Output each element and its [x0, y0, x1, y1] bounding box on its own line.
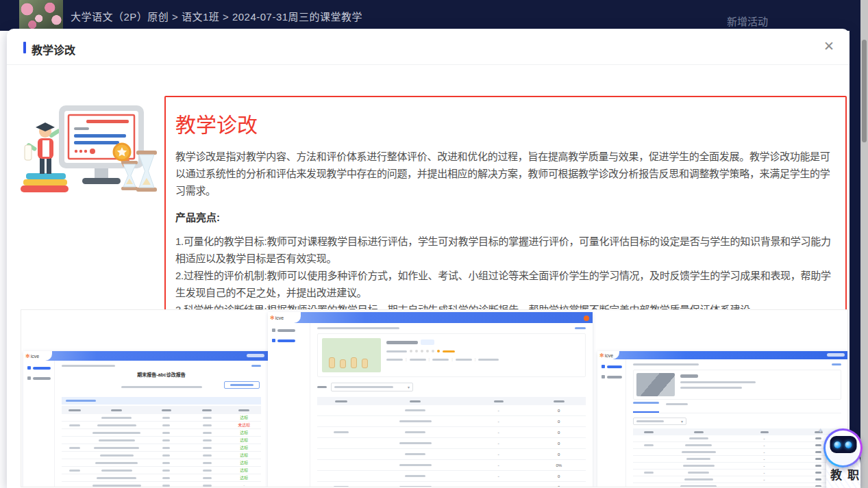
mini-topbar: ✻icve	[597, 351, 848, 359]
icve-logo: ✻icve	[268, 312, 301, 323]
mini-course-select: ▾	[331, 383, 413, 391]
page-background-strip	[850, 0, 860, 488]
close-icon[interactable]: ✕	[823, 39, 834, 54]
robot-icon[interactable]	[823, 428, 863, 467]
mini-user-avatar	[584, 316, 589, 321]
table-row: -	[633, 456, 841, 463]
table-row: - 0	[317, 438, 586, 449]
mini-tabs	[633, 404, 841, 413]
mini-course-photo	[636, 373, 675, 396]
table-row: -	[633, 449, 841, 456]
sparkle-icon	[817, 426, 823, 435]
mini-sidebar-item	[272, 339, 310, 342]
mini-sidebar	[597, 359, 626, 487]
table-row: -	[633, 483, 841, 487]
modal-header: 教学诊改 ✕	[7, 29, 850, 65]
assistant-label: 职教	[826, 469, 860, 488]
mini-table-header	[317, 397, 586, 405]
icve-logo: ✻icve	[597, 351, 619, 359]
mini-course-tag	[421, 339, 434, 345]
mini-report-title: 期末报告-abc诊改报告	[62, 371, 261, 378]
new-activity-button[interactable]: 新增活动	[727, 14, 768, 28]
course-thumbnail	[19, 0, 63, 31]
title-accent-bar	[23, 42, 26, 53]
table-row: - 0	[317, 427, 586, 438]
table-row: 达标	[62, 467, 261, 474]
feature-description: 教学诊改是指对教学内容、方法和评价体系进行整体评价、改进和优化的过程，旨在提高教…	[175, 148, 837, 199]
table-row: 达标	[62, 444, 261, 452]
mini-topbar: ✻icve	[268, 312, 593, 323]
mini-course-card	[633, 370, 841, 400]
mini-select: ▾	[633, 418, 686, 425]
table-row: 未达标	[62, 422, 261, 429]
table-row: -	[633, 470, 841, 476]
feature-description-box: 教学诊改 教学诊改是指对教学内容、方法和评价体系进行整体评价、改进和优化的过程，…	[164, 96, 847, 331]
screen: 大学语文（2P）原创 > 语文1班 > 2024-07-31周三的课堂教学 新增…	[0, 0, 868, 488]
mini-sidebar-item	[602, 365, 625, 368]
mini-sidebar-item	[27, 376, 54, 380]
scrollbar-thumb[interactable]	[862, 40, 867, 142]
mini-detail-table: - - - - - - - - - - -	[633, 435, 841, 487]
modal-title: 教学诊改	[32, 41, 75, 57]
mini-download-button	[224, 381, 260, 389]
feature-heading: 教学诊改	[175, 108, 837, 138]
table-row: - 0	[317, 471, 586, 482]
screenshot-course-page: ✻icve	[268, 312, 593, 487]
robot-face	[830, 436, 856, 453]
screenshot-detail-page: ✻icve	[597, 351, 848, 487]
table-row: 达标	[62, 452, 261, 459]
mini-table-header	[62, 406, 261, 414]
table-row: - 0	[317, 449, 586, 460]
table-row: 达标	[62, 459, 261, 467]
mini-sidebar	[23, 361, 55, 487]
table-row: -	[62, 482, 261, 487]
mini-sidebar-item	[602, 375, 625, 378]
page-scrollbar[interactable]	[860, 0, 868, 488]
assistant-widget[interactable]: 职教	[821, 428, 865, 488]
table-row: - 0	[317, 405, 586, 416]
screenshot-gallery: ✻icve 期末报告-abc诊改报告	[21, 309, 848, 487]
table-row: 达标	[62, 429, 261, 437]
mini-tab	[666, 398, 688, 413]
mini-sidebar	[268, 323, 310, 487]
mini-main: ▾ - - - -	[626, 359, 848, 487]
highlight-item-2: 2.过程性的评价机制:教师可以使用多种评价方式，如作业、考试、小组过论等来全面评…	[175, 267, 837, 301]
table-row: 达标	[62, 414, 261, 422]
robot-eye	[834, 441, 841, 448]
course-header: 大学语文（2P）原创 > 语文1班 > 2024-07-31周三的课堂教学 新增…	[0, 0, 868, 31]
mini-course-card: | | | |	[317, 333, 586, 377]
mini-user-chip	[827, 353, 845, 357]
screenshot-report-page: ✻icve 期末报告-abc诊改报告	[23, 351, 268, 487]
mini-topbar: ✻icve	[23, 351, 268, 361]
robot-eye	[845, 441, 852, 448]
diagnosis-illustration	[19, 90, 160, 198]
table-row: -	[633, 463, 841, 470]
table-row: - 0	[317, 482, 586, 487]
mini-sidebar-item	[27, 366, 54, 370]
mini-main: 期末报告-abc诊改报告 达标	[55, 361, 268, 487]
highlight-item-1: 1.可量化的教学目标:教师可对课程教学目标进行评估，学生可对教学目标的掌握进行评…	[175, 233, 837, 267]
table-row: -	[633, 442, 841, 449]
mini-report-table: 达标 未达标 达标 达标 达标 达标 达标 达标	[62, 414, 261, 487]
highlights-title: 产品亮点:	[175, 209, 837, 226]
table-row: - 0	[317, 416, 586, 427]
mini-user-chip	[247, 354, 264, 357]
teaching-diagnosis-modal: 教学诊改 ✕	[7, 29, 850, 488]
table-row: 达标	[62, 474, 261, 482]
mini-table-header	[633, 428, 841, 435]
breadcrumb: 大学语文（2P）原创 > 语文1班 > 2024-07-31周三的课堂教学	[71, 9, 362, 23]
mini-main: | | | | ▾	[310, 323, 593, 487]
icve-logo: ✻icve	[23, 351, 52, 361]
mini-sidebar-item	[272, 329, 310, 332]
table-row: -	[633, 435, 841, 442]
mini-course-table: - 0 - 0 - 0 - 0 - 0 - 0% - 0 - 0 - 0 - 0	[317, 405, 586, 487]
mini-tab-active	[633, 396, 659, 413]
table-row: -	[633, 476, 841, 483]
table-row: - 0%	[317, 460, 586, 471]
mini-course-cover	[322, 338, 381, 372]
table-row: 达标	[62, 437, 261, 444]
